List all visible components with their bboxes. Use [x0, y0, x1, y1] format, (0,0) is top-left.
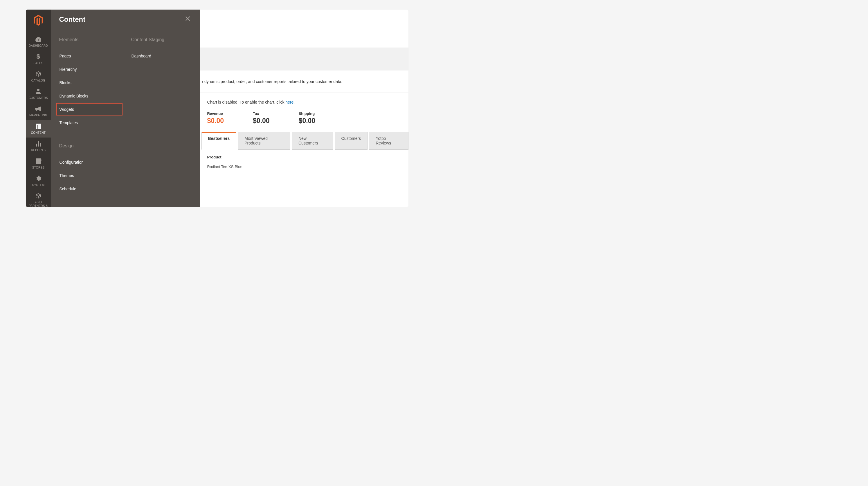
- admin-sidebar: DASHBOARD $ SALES CATALOG CUSTOMERS MARK…: [26, 9, 51, 207]
- group-heading-design: Design: [59, 143, 120, 149]
- gauge-icon: [35, 35, 42, 43]
- page-header-area: [200, 9, 408, 48]
- person-icon: [36, 88, 41, 95]
- dashboard-tabs: Bestsellers Most Viewed Products New Cus…: [200, 132, 408, 150]
- nav-content[interactable]: CONTENT: [26, 120, 51, 137]
- nav-label: DASHBOARD: [28, 44, 49, 47]
- nav-dashboard[interactable]: DASHBOARD: [26, 33, 51, 51]
- store-icon: [35, 157, 42, 165]
- nav-marketing[interactable]: MARKETING: [26, 103, 51, 120]
- nav-customers[interactable]: CUSTOMERS: [26, 85, 51, 103]
- flyout-title: Content: [59, 15, 86, 24]
- nav-label: REPORTS: [30, 149, 47, 152]
- group-heading-content-staging: Content Staging: [131, 37, 192, 42]
- nav-label: SYSTEM: [31, 183, 46, 187]
- stat-value: $0.00: [253, 117, 270, 125]
- nav-label: SALES: [32, 62, 44, 65]
- gear-icon: [35, 175, 41, 182]
- stat-revenue: Revenue $0.00: [207, 111, 224, 125]
- group-heading-elements: Elements: [59, 37, 120, 42]
- nav-label: CUSTOMERS: [28, 96, 49, 100]
- nav-label: FIND PARTNERS & EXTENSIONS: [26, 201, 51, 207]
- bestsellers-table: Product Radiant Tee-XS-Blue: [200, 150, 408, 169]
- stat-value: $0.00: [207, 117, 224, 125]
- tab-yotpo[interactable]: Yotpo Reviews: [369, 132, 408, 150]
- nav-system[interactable]: SYSTEM: [26, 172, 51, 190]
- tab-customers[interactable]: Customers: [335, 132, 368, 150]
- menu-schedule[interactable]: Schedule: [56, 183, 123, 195]
- tab-new-customers[interactable]: New Customers: [292, 132, 333, 150]
- menu-templates[interactable]: Templates: [56, 117, 123, 129]
- menu-staging-dashboard[interactable]: Dashboard: [128, 50, 194, 62]
- nav-label: MARKETING: [28, 114, 49, 117]
- magento-logo-icon: [33, 15, 43, 26]
- menu-widgets[interactable]: Widgets: [56, 103, 123, 116]
- stat-label: Revenue: [207, 111, 224, 116]
- nav-label: STORES: [31, 166, 46, 169]
- menu-blocks[interactable]: Blocks: [56, 76, 123, 89]
- stat-shipping: Shipping $0.00: [299, 111, 315, 125]
- table-row[interactable]: Radiant Tee-XS-Blue: [207, 164, 408, 169]
- megaphone-icon: [35, 105, 42, 112]
- nav-label: CATALOG: [30, 79, 46, 83]
- tab-most-viewed[interactable]: Most Viewed Products: [238, 132, 290, 150]
- stat-value: $0.00: [299, 117, 315, 125]
- tab-bestsellers[interactable]: Bestsellers: [202, 132, 237, 150]
- nav-sales[interactable]: $ SALES: [26, 51, 51, 68]
- menu-hierarchy[interactable]: Hierarchy: [56, 63, 123, 75]
- main-content: r dynamic product, order, and customer r…: [200, 9, 408, 207]
- menu-themes[interactable]: Themes: [56, 169, 123, 182]
- menu-dynamic-blocks[interactable]: Dynamic Blocks: [56, 90, 123, 102]
- scope-bar: [200, 48, 408, 70]
- close-button[interactable]: [184, 15, 192, 24]
- app-window: DASHBOARD $ SALES CATALOG CUSTOMERS MARK…: [26, 9, 408, 207]
- nav-reports[interactable]: REPORTS: [26, 137, 51, 155]
- layout-icon: [35, 123, 41, 130]
- menu-pages[interactable]: Pages: [56, 50, 123, 62]
- stat-label: Tax: [253, 111, 270, 116]
- nav-partners[interactable]: FIND PARTNERS & EXTENSIONS: [26, 190, 51, 207]
- dollar-icon: $: [37, 53, 40, 60]
- close-icon: [185, 16, 190, 21]
- menu-configuration[interactable]: Configuration: [56, 156, 123, 168]
- stats-row: Revenue $0.00 Tax $0.00 Shipping $0.00: [200, 111, 408, 132]
- nav-stores[interactable]: STORES: [26, 155, 51, 172]
- nav-catalog[interactable]: CATALOG: [26, 68, 51, 85]
- magento-logo[interactable]: [33, 12, 43, 30]
- stat-tax: Tax $0.00: [253, 111, 270, 125]
- column-header-product: Product: [207, 155, 408, 159]
- enable-chart-link[interactable]: here: [285, 100, 293, 104]
- bar-chart-icon: [35, 140, 41, 148]
- chart-disabled-message: Chart is disabled. To enable the chart, …: [200, 93, 408, 111]
- box-icon: [35, 70, 41, 78]
- content-flyout: Content Elements Pages Hierarchy Blocks …: [51, 9, 200, 207]
- nav-label: CONTENT: [30, 131, 47, 135]
- intro-text: r dynamic product, order, and customer r…: [200, 70, 408, 93]
- partners-icon: [35, 192, 42, 200]
- stat-label: Shipping: [299, 111, 315, 116]
